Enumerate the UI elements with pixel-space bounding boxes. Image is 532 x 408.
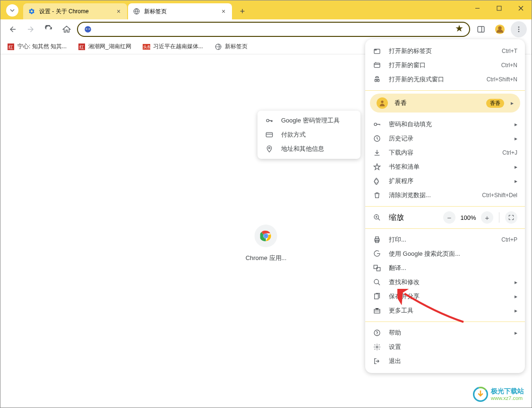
menu-item-settings[interactable]: 设置 bbox=[365, 340, 525, 354]
chevron-down-icon bbox=[9, 8, 15, 13]
menu-item-downloads[interactable]: 下载内容Ctrl+J bbox=[365, 146, 525, 160]
forward-button[interactable] bbox=[23, 22, 38, 37]
menu-label: 密码和自动填充 bbox=[389, 120, 507, 129]
svg-point-37 bbox=[378, 80, 379, 82]
menu-shortcut: Ctrl+P bbox=[501, 236, 517, 243]
trash-icon bbox=[373, 191, 381, 200]
zoom-value: 100% bbox=[459, 214, 477, 221]
menu-label: 付款方式 bbox=[281, 130, 353, 139]
menu-item-bookmarks[interactable]: 书签和清单▸ bbox=[365, 160, 525, 174]
watermark-logo-icon bbox=[473, 387, 488, 402]
bookmark-link[interactable]: 新标签页 bbox=[215, 43, 248, 51]
menu-item-new-window[interactable]: 打开新的窗口Ctrl+N bbox=[365, 58, 525, 72]
exit-icon bbox=[373, 357, 381, 365]
bookmark-link[interactable]: 红湘潮网_湖南红网 bbox=[78, 43, 131, 51]
chevron-right-icon: ▸ bbox=[515, 135, 517, 142]
menu-profile-row[interactable]: 香香 香香 ▸ bbox=[370, 94, 520, 113]
menu-label: 设置 bbox=[389, 343, 517, 351]
chrome-logo-icon bbox=[255, 225, 277, 247]
svg-rect-2 bbox=[497, 6, 501, 10]
zoom-in-button[interactable]: + bbox=[481, 211, 493, 224]
menu-item-payment[interactable]: 付款方式 bbox=[257, 128, 360, 142]
svg-point-15 bbox=[518, 29, 520, 30]
svg-point-39 bbox=[374, 123, 377, 125]
bookmark-link[interactable]: 红宁心: 知其然 知其... bbox=[7, 43, 67, 51]
toolbar bbox=[0, 19, 532, 39]
svg-rect-43 bbox=[376, 237, 379, 239]
menu-item-more-tools[interactable]: 更多工具▸ bbox=[365, 304, 525, 318]
print-icon bbox=[373, 235, 381, 244]
chevron-right-icon: ▸ bbox=[515, 279, 517, 286]
chevron-right-icon: ▸ bbox=[515, 307, 517, 314]
svg-point-13 bbox=[498, 26, 501, 30]
svg-rect-10 bbox=[478, 26, 484, 32]
minimize-button[interactable] bbox=[466, 0, 488, 16]
url-input[interactable] bbox=[97, 26, 450, 33]
menu-item-clear-data[interactable]: 清除浏览数据...Ctrl+Shift+Del bbox=[365, 188, 525, 202]
svg-rect-30 bbox=[266, 132, 272, 137]
extension-icon bbox=[373, 177, 381, 185]
new-tab-button[interactable]: + bbox=[236, 5, 249, 18]
menu-item-incognito[interactable]: 打开新的无痕式窗口Ctrl+Shift+N bbox=[365, 72, 525, 87]
autofill-submenu: Google 密码管理工具 付款方式 地址和其他信息 bbox=[257, 111, 360, 159]
menu-item-exit[interactable]: 退出 bbox=[365, 354, 525, 368]
bookmark-label: 湘潮网_湖南红网 bbox=[88, 43, 131, 51]
menu-item-find[interactable]: 查找和修改▸ bbox=[365, 275, 525, 289]
menu-item-share[interactable]: 保存并分享▸ bbox=[365, 289, 525, 304]
menu-item-translate[interactable]: 翻译... bbox=[365, 261, 525, 275]
menu-label: 书签和清单 bbox=[389, 163, 507, 171]
tab-settings[interactable]: 设置 - 关于 Chrome × bbox=[23, 3, 127, 19]
back-button[interactable] bbox=[5, 22, 20, 37]
translate-icon bbox=[373, 264, 381, 272]
menu-item-history[interactable]: 历史记录▸ bbox=[365, 131, 525, 146]
site-identity-icon bbox=[84, 25, 92, 34]
menu-label: 地址和其他信息 bbox=[281, 145, 353, 153]
bookmark-star-icon[interactable] bbox=[455, 24, 463, 35]
address-bar[interactable] bbox=[77, 22, 470, 37]
maximize-button[interactable] bbox=[488, 0, 510, 16]
avatar-icon bbox=[377, 97, 388, 109]
reload-button[interactable] bbox=[41, 22, 56, 37]
window-icon bbox=[373, 61, 381, 69]
tab-search-button[interactable] bbox=[6, 4, 18, 17]
close-window-button[interactable] bbox=[510, 0, 532, 16]
bookmark-link[interactable]: 头条习近平在越南媒体... bbox=[143, 43, 203, 51]
menu-item-autofill[interactable]: 密码和自动填充▸ bbox=[365, 117, 525, 131]
menu-item-help[interactable]: 帮助▸ bbox=[365, 326, 525, 340]
zoom-icon bbox=[373, 213, 381, 222]
menu-item-addresses[interactable]: 地址和其他信息 bbox=[257, 142, 360, 156]
side-panel-button[interactable] bbox=[473, 21, 489, 37]
profile-button[interactable] bbox=[492, 21, 508, 37]
menu-item-google-search[interactable]: 使用 Google 搜索此页面... bbox=[365, 247, 525, 261]
zoom-out-button[interactable]: − bbox=[443, 211, 455, 224]
svg-point-51 bbox=[377, 334, 377, 335]
tab-title: 新标签页 bbox=[144, 8, 220, 16]
svg-point-52 bbox=[376, 346, 378, 348]
svg-point-36 bbox=[375, 80, 377, 82]
svg-point-16 bbox=[518, 31, 520, 32]
menu-item-password-manager[interactable]: Google 密码管理工具 bbox=[257, 113, 360, 128]
menu-label: 打开新的无痕式窗口 bbox=[389, 75, 479, 84]
menu-item-print[interactable]: 打印...Ctrl+P bbox=[365, 233, 525, 247]
chrome-apps-shortcut[interactable]: Chrome 应用... bbox=[246, 225, 287, 262]
svg-point-28 bbox=[265, 235, 267, 237]
menu-item-new-tab[interactable]: 打开新的标签页Ctrl+T bbox=[365, 44, 525, 58]
more-menu-button[interactable] bbox=[511, 21, 527, 37]
tab-new[interactable]: 新标签页 × bbox=[128, 3, 232, 19]
menu-shortcut: Ctrl+J bbox=[502, 149, 517, 156]
browser-window: 设置 - 关于 Chrome × 新标签页 × + bbox=[0, 0, 532, 408]
close-icon[interactable]: × bbox=[115, 8, 122, 15]
fullscreen-button[interactable] bbox=[505, 211, 517, 224]
tab-title: 设置 - 关于 Chrome bbox=[39, 8, 115, 16]
home-button[interactable] bbox=[59, 22, 74, 37]
menu-label: Google 密码管理工具 bbox=[281, 116, 353, 125]
bookmark-label: 新标签页 bbox=[225, 43, 248, 51]
menu-label: 查找和修改 bbox=[389, 278, 507, 286]
close-icon[interactable]: × bbox=[220, 8, 227, 15]
key-icon bbox=[373, 120, 381, 129]
search-icon bbox=[373, 278, 381, 286]
svg-point-5 bbox=[85, 26, 91, 33]
svg-point-29 bbox=[266, 119, 269, 122]
menu-item-extensions[interactable]: 扩展程序▸ bbox=[365, 174, 525, 188]
svg-text:红: 红 bbox=[9, 44, 13, 50]
